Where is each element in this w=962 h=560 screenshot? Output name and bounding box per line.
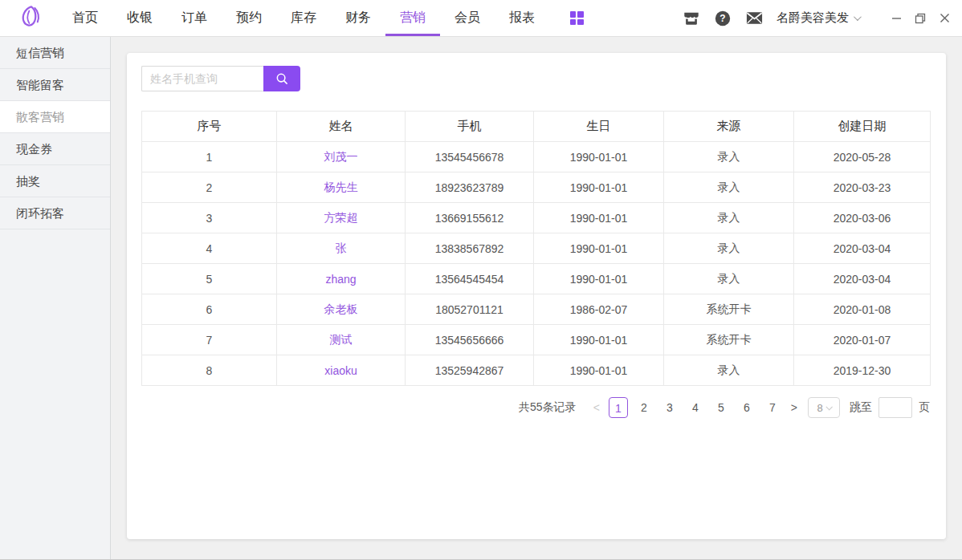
customer-name-link[interactable]: xiaoku xyxy=(324,364,357,377)
content-card: 序号姓名手机生日来源创建日期 1刘茂一135454566781990-01-01… xyxy=(127,53,946,539)
page-number[interactable]: 1 xyxy=(609,397,628,418)
chevron-down-icon xyxy=(854,13,862,21)
cell-phone: 13545456678 xyxy=(406,142,534,172)
cell-source: 录入 xyxy=(664,355,794,386)
customer-name-link[interactable]: zhang xyxy=(325,273,356,286)
cell-birthday: 1990-01-01 xyxy=(534,172,664,203)
cell-source: 录入 xyxy=(664,142,794,172)
customers-table: 序号姓名手机生日来源创建日期 1刘茂一135454566781990-01-01… xyxy=(141,111,931,386)
close-icon[interactable] xyxy=(938,12,951,25)
cell-created: 2020-03-04 xyxy=(794,233,931,264)
table-row: 7测试135456566661990-01-01系统开卡2020-01-07 xyxy=(142,325,931,355)
nav-tab[interactable]: 收银 xyxy=(112,0,167,36)
customer-name-link[interactable]: 方荣超 xyxy=(324,211,358,224)
table-header-row: 序号姓名手机生日来源创建日期 xyxy=(142,112,931,142)
table-row: 4张138385678921990-01-01录入2020-03-04 xyxy=(142,233,931,264)
nav-tab[interactable]: 报表 xyxy=(495,0,549,36)
company-name: 名爵美容美发 xyxy=(777,10,849,26)
nav-tab[interactable]: 库存 xyxy=(276,0,331,36)
restore-icon[interactable] xyxy=(914,12,927,25)
cell-created: 2020-03-23 xyxy=(794,172,931,203)
sidebar-item[interactable]: 散客营销 xyxy=(0,101,110,133)
chevron-down-icon xyxy=(825,404,832,410)
page-number[interactable]: 2 xyxy=(634,397,654,418)
customer-name-link[interactable]: 刘茂一 xyxy=(324,150,358,163)
store-icon[interactable] xyxy=(682,9,701,28)
customer-name-link[interactable]: 张 xyxy=(336,241,347,254)
table-row: 8xiaoku135259428671990-01-01录入2019-12-30 xyxy=(142,355,931,386)
cell-birthday: 1990-01-01 xyxy=(534,233,664,264)
page-number[interactable]: 4 xyxy=(686,397,705,418)
cell-name: 杨先生 xyxy=(277,172,406,203)
cell-created: 2019-12-30 xyxy=(794,355,931,386)
cell-birthday: 1990-01-01 xyxy=(534,203,664,233)
sidebar-item[interactable]: 抽奖 xyxy=(0,165,110,197)
navbar-right: ? 名爵美容美发 xyxy=(682,0,962,36)
mail-icon[interactable] xyxy=(744,9,764,28)
sidebar-item[interactable]: 闭环拓客 xyxy=(0,197,110,229)
cell-birthday: 1990-01-01 xyxy=(534,355,664,386)
page-number[interactable]: 3 xyxy=(660,397,679,418)
cell-source: 系统开卡 xyxy=(664,325,794,355)
customer-name-link[interactable]: 余老板 xyxy=(324,302,358,315)
cell-source: 录入 xyxy=(664,233,794,264)
cell-name: 余老板 xyxy=(277,294,406,325)
top-navbar: 首页收银订单预约库存财务营销会员报表 ? xyxy=(0,0,962,37)
company-dropdown[interactable]: 名爵美容美发 xyxy=(777,10,859,26)
page-number[interactable]: 7 xyxy=(763,397,782,418)
page-number[interactable]: 5 xyxy=(711,397,731,418)
sidebar-item[interactable]: 现金券 xyxy=(0,133,110,165)
content-area: 序号姓名手机生日来源创建日期 1刘茂一135454566781990-01-01… xyxy=(111,37,962,560)
table-row: 5zhang135645454541990-01-01录入2020-03-04 xyxy=(142,264,931,294)
pagination: 共55条记录 < 1234567 > 8 跳至 页 xyxy=(141,397,930,418)
search-bar xyxy=(141,66,931,91)
search-button[interactable] xyxy=(263,66,300,91)
nav-tab[interactable]: 会员 xyxy=(440,0,495,36)
nav-tab[interactable]: 首页 xyxy=(58,0,112,36)
cell-source: 录入 xyxy=(664,264,794,294)
sidebar: 短信营销智能留客散客营销现金券抽奖闭环拓客 xyxy=(0,37,111,560)
column-header: 手机 xyxy=(406,112,534,142)
page-size-select[interactable]: 8 xyxy=(808,397,840,418)
cell-name: xiaoku xyxy=(277,355,406,386)
nav-tab[interactable]: 订单 xyxy=(167,0,222,36)
cell-no: 1 xyxy=(142,142,277,172)
nav-tab[interactable]: 营销 xyxy=(385,0,440,36)
cell-name: 测试 xyxy=(277,325,406,355)
jump-page-input[interactable] xyxy=(878,397,912,418)
search-icon xyxy=(275,71,289,86)
sidebar-item[interactable]: 智能留客 xyxy=(0,69,110,101)
cell-phone: 13525942867 xyxy=(406,355,534,386)
help-icon[interactable]: ? xyxy=(713,9,732,28)
customer-name-link[interactable]: 测试 xyxy=(330,333,353,346)
minimize-icon[interactable] xyxy=(890,12,903,25)
cell-created: 2020-05-28 xyxy=(794,142,931,172)
nav-tab[interactable]: 财务 xyxy=(331,0,385,36)
page-unit-label: 页 xyxy=(919,400,930,415)
cell-source: 录入 xyxy=(664,172,794,203)
cell-name: 张 xyxy=(277,233,406,264)
next-page-button[interactable]: > xyxy=(785,401,803,414)
customer-name-link[interactable]: 杨先生 xyxy=(324,181,358,193)
cell-phone: 18052701121 xyxy=(406,294,534,325)
page-size-value: 8 xyxy=(817,402,822,414)
prev-page-button[interactable]: < xyxy=(588,401,605,414)
cell-birthday: 1990-01-01 xyxy=(534,142,664,172)
cell-created: 2020-03-06 xyxy=(794,203,931,233)
column-header: 来源 xyxy=(664,112,794,142)
cell-no: 8 xyxy=(142,355,277,386)
cell-created: 2020-01-07 xyxy=(794,325,931,355)
cell-phone: 13564545454 xyxy=(406,264,534,294)
search-input[interactable] xyxy=(141,66,263,91)
table-body: 1刘茂一135454566781990-01-01录入2020-05-282杨先… xyxy=(142,142,931,386)
cell-created: 2020-01-08 xyxy=(794,294,931,325)
sidebar-item[interactable]: 短信营销 xyxy=(0,37,110,69)
cell-source: 系统开卡 xyxy=(664,294,794,325)
page-number[interactable]: 6 xyxy=(737,397,756,418)
cell-no: 6 xyxy=(142,294,277,325)
nav-tab[interactable]: 预约 xyxy=(222,0,276,36)
cell-birthday: 1990-01-01 xyxy=(534,325,664,355)
window-controls xyxy=(890,12,951,25)
table-row: 1刘茂一135454566781990-01-01录入2020-05-28 xyxy=(142,142,931,172)
apps-grid-button[interactable] xyxy=(549,0,604,36)
